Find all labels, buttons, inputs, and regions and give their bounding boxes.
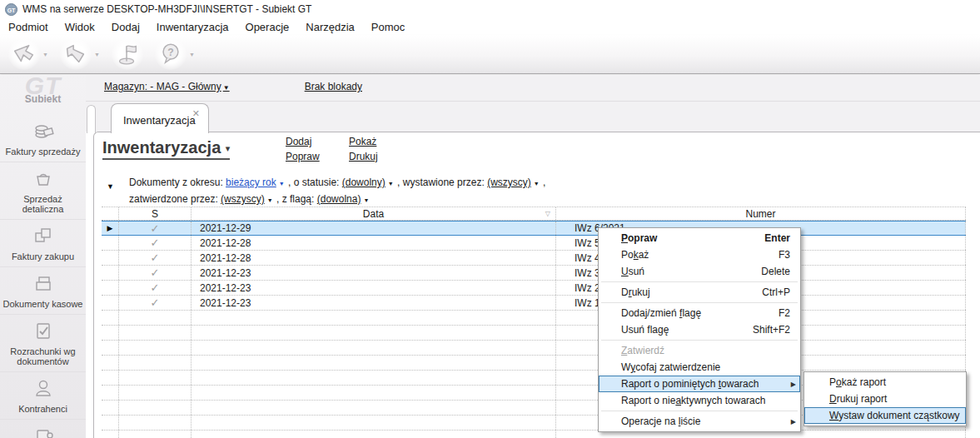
menubar-item-dodaj[interactable]: Dodaj	[103, 19, 148, 35]
table-header-row: SData▽Numer	[102, 207, 966, 221]
menu-item-label: Wystaw dokument cząstkowy	[829, 410, 960, 421]
select-tool-button[interactable]: ▼	[8, 38, 48, 70]
menu-item-label: Drukuj	[621, 286, 650, 298]
table-row[interactable]: ✓2021-12-28IWz 5	[102, 236, 966, 251]
sidebar-item-towary-i-usługi[interactable]: Towary i usługi	[0, 419, 86, 438]
data-cell: 2021-12-23	[192, 266, 556, 280]
status-cell: ✓	[119, 236, 192, 250]
window-title: WMS na serwerze DESKTOP-MH3DFJI\INSERTGT…	[22, 3, 311, 15]
context-menu-item-raport-o-pominiętych-towarach[interactable]: Raport o pominiętych towarach▶	[599, 376, 800, 392]
data-cell: 2021-12-23	[192, 281, 556, 295]
row-pointer-icon: ▶	[107, 224, 113, 232]
menubar-item-operacje[interactable]: Operacje	[237, 19, 298, 35]
context-menu-item-usuń-flagę[interactable]: Usuń flagęShift+F2	[599, 321, 800, 338]
context-menu-item-wycofaj-zatwierdzenie[interactable]: Wycofaj zatwierdzenie	[599, 359, 800, 376]
action-link-dodaj[interactable]: Dodaj	[286, 136, 349, 151]
dropdown-arrow-icon[interactable]: ▼	[189, 52, 195, 57]
row-indicator-cell	[102, 281, 119, 295]
settlements-icon	[2, 318, 84, 346]
empty-cell	[192, 326, 556, 340]
table-empty-row	[102, 356, 966, 371]
context-menu-item-popraw[interactable]: PoprawEnter	[599, 230, 800, 246]
table-header-data[interactable]: Data▽	[192, 207, 556, 220]
submenu-item-drukuj-raport[interactable]: Drukuj raport	[804, 391, 966, 407]
empty-cell	[102, 386, 119, 400]
empty-cell	[192, 431, 556, 438]
submenu-item-wystaw-dokument-cząstkowy[interactable]: Wystaw dokument cząstkowy	[804, 407, 966, 424]
mnemonic-char: P	[621, 232, 628, 244]
table-row[interactable]: ✓2021-12-28IWz 4	[102, 251, 966, 266]
menubar-item-narzędzia[interactable]: Narzędzia	[297, 19, 363, 35]
context-menu-item-pokaż[interactable]: PokażF3	[599, 246, 800, 263]
table-row[interactable]: ▶✓2021-12-29IWz 6/2021	[102, 221, 966, 236]
context-menu-item-drukuj[interactable]: DrukujCtrl+P	[599, 284, 800, 301]
context-menu-item-zatwierdź: Zatwierdź	[599, 342, 800, 359]
mnemonic-char: k	[634, 249, 639, 261]
action-link-pokaż[interactable]: Pokaż	[349, 136, 412, 151]
menu-separator	[601, 302, 798, 303]
table-empty-row	[102, 341, 966, 356]
menubar-item-pomoc[interactable]: Pomoc	[363, 19, 413, 35]
help-question-icon: ?	[155, 38, 187, 70]
action-link-popraw[interactable]: Popraw	[286, 151, 349, 166]
mnemonic-char: y	[630, 361, 635, 373]
dropdown-arrow-icon: ▼	[534, 181, 540, 187]
filter-line-1: Dokumenty z okresu: bieżący rok▼ , o sta…	[129, 175, 545, 192]
menubar-item-widok[interactable]: Widok	[57, 19, 103, 35]
row-indicator-cell	[102, 236, 119, 250]
table-header-indicator[interactable]	[102, 207, 119, 220]
empty-cell	[119, 356, 192, 370]
row-indicator-cell: ▶	[102, 221, 119, 235]
dropdown-arrow-icon[interactable]: ▼	[42, 52, 48, 57]
empty-cell	[119, 401, 192, 415]
filter-dropdown-bieżący-rok[interactable]: bieżący rok	[226, 177, 276, 188]
checkmark-icon: ✓	[151, 266, 160, 279]
sidebar-item-label: Faktury sprzedaży	[2, 147, 84, 157]
context-menu-item-dodaj-zmień-flagę[interactable]: Dodaj/zmień flagęF2	[599, 305, 800, 321]
table-row[interactable]: ✓2021-12-23IWz 1	[102, 296, 966, 311]
mnemonic-char: l	[679, 416, 681, 427]
flag-button[interactable]	[112, 38, 143, 70]
sort-indicator-icon: ▽	[545, 210, 550, 217]
sidebar-item-label: Faktury zakupu	[2, 251, 84, 261]
table-row[interactable]: ✓2021-12-23IWz 3	[102, 266, 966, 281]
filter-dropdown-wszyscy[interactable]: (wszyscy)	[221, 193, 265, 205]
table-header-s[interactable]: S	[119, 207, 192, 220]
filter-dropdown-dowolna[interactable]: (dowolna)	[317, 193, 361, 205]
menu-shortcut: F2	[779, 307, 790, 319]
filter-collapse-icon[interactable]: ▼	[107, 182, 114, 191]
submenu-item-pokaż-raport[interactable]: Pokaż raport	[804, 374, 966, 391]
sidebar-item-faktury-sprzedaży[interactable]: Faktury sprzedaży	[0, 115, 86, 162]
table-header-numer[interactable]: Numer	[556, 207, 966, 220]
sidebar-item-sprzedaż-detaliczna[interactable]: Sprzedaż detaliczna	[0, 162, 86, 219]
status-cell: ✓	[119, 296, 192, 310]
sidebar-item-dokumenty-kasowe[interactable]: Dokumenty kasowe	[0, 266, 86, 314]
sidebar-item-rozrachunki-wg-dokumentów[interactable]: Rozrachunki wg dokumentów	[0, 314, 86, 371]
table-row[interactable]: ✓2021-12-23IWz 2	[102, 281, 966, 296]
application-window: GT WMS na serwerze DESKTOP-MH3DFJI\INSER…	[0, 0, 980, 438]
filter-dropdown-dowolny[interactable]: (dowolny)	[342, 177, 386, 188]
contractors-icon	[2, 376, 84, 404]
lock-status-link[interactable]: Brak blokady	[305, 81, 362, 92]
help-button[interactable]: ? ▼	[155, 38, 195, 70]
context-menu: PoprawEnterPokażF3UsuńDeleteDrukujCtrl+P…	[598, 227, 801, 432]
sidebar-brand: GT Subiekt	[0, 75, 86, 115]
page-title[interactable]: Inwentaryzacja ▾	[102, 138, 230, 160]
dropdown-arrow-icon[interactable]: ▼	[94, 52, 100, 57]
filter-dropdown-wszyscy[interactable]: (wszyscy)	[487, 177, 531, 188]
context-menu-item-raport-o-nieaktywnych-towarach[interactable]: Raport o nieaktywnych towarach	[599, 392, 800, 409]
menubar-item-podmiot[interactable]: Podmiot	[0, 19, 57, 35]
menubar-item-inwentaryzacja[interactable]: Inwentaryzacja	[148, 19, 237, 35]
context-menu-item-operacje-na-liście[interactable]: Operacje na liście▶	[599, 413, 800, 430]
close-icon[interactable]: ✕	[192, 108, 200, 119]
collapsed-panel-edge	[87, 105, 96, 133]
warehouse-selector[interactable]: Magazyn: - MAG - Główny▼	[104, 81, 230, 92]
send-tool-button[interactable]: ▼	[60, 38, 100, 70]
action-link-drukuj[interactable]: Drukuj	[349, 151, 412, 166]
sidebar-item-label: Kontrahenci	[2, 404, 84, 414]
cash-documents-icon	[2, 271, 84, 299]
sidebar-item-faktury-zakupu[interactable]: Faktury zakupu	[0, 219, 86, 266]
context-menu-item-usuń[interactable]: UsuńDelete	[599, 263, 800, 280]
tab-inwentaryzacja[interactable]: Inwentaryzacja ✕	[111, 103, 209, 133]
sidebar-item-kontrahenci[interactable]: Kontrahenci	[0, 371, 86, 419]
